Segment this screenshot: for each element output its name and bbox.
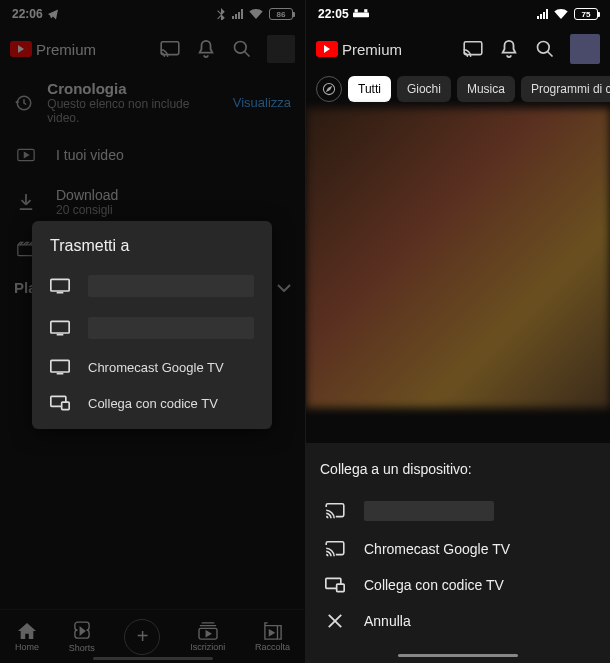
nav-library[interactable]: Raccolta [255, 622, 290, 652]
nav-home[interactable]: Home [15, 622, 39, 652]
svg-rect-13 [464, 42, 482, 55]
visualizza-link[interactable]: Visualizza [233, 95, 291, 110]
svg-point-1 [235, 42, 247, 54]
android-phone: 22:06 86 Premium [0, 0, 305, 663]
wifi-icon [554, 9, 568, 19]
status-bar: 22:05 75 [306, 0, 610, 28]
chevron-down-icon [277, 284, 291, 292]
svg-point-14 [538, 42, 550, 54]
sheet-cancel[interactable]: Annulla [320, 603, 596, 639]
cast-icon[interactable] [159, 38, 181, 60]
cast-dialog: Trasmetti a Chromecast Google TV Collega… [32, 221, 272, 429]
cast-device-2[interactable] [32, 307, 272, 349]
cast-sheet: Collega a un dispositivo: Chromecast Goo… [306, 443, 610, 663]
svg-rect-17 [337, 584, 345, 592]
svg-rect-6 [51, 360, 69, 372]
svg-rect-12 [364, 9, 367, 12]
tv-icon [50, 278, 70, 294]
home-indicator [93, 657, 213, 660]
signal-icon [537, 9, 548, 19]
avatar[interactable] [267, 35, 295, 63]
search-icon[interactable] [231, 38, 253, 60]
tv-icon [50, 359, 70, 375]
svg-rect-11 [354, 9, 357, 12]
redacted-device [88, 275, 254, 297]
svg-rect-0 [161, 42, 179, 55]
row-videos[interactable]: I tuoi video [0, 135, 305, 175]
redacted-device [88, 317, 254, 339]
status-bar: 22:06 86 [0, 0, 305, 28]
explore-icon[interactable] [316, 76, 342, 102]
library-icon [264, 622, 282, 640]
home-indicator [398, 654, 518, 657]
app-header: Premium [306, 28, 610, 70]
chip-games[interactable]: Giochi [397, 76, 451, 102]
chip-music[interactable]: Musica [457, 76, 515, 102]
cast-dialog-title: Trasmetti a [32, 237, 272, 265]
wifi-icon [249, 9, 263, 19]
link-tv-icon [324, 577, 346, 593]
sleep-icon [353, 9, 369, 19]
redacted-device [364, 501, 494, 521]
bluetooth-icon [216, 8, 226, 20]
download-icon [16, 193, 36, 211]
cronologia-section: Cronologia Questo elenco non include vid… [0, 70, 305, 135]
battery-icon: 86 [269, 8, 293, 20]
search-icon[interactable] [534, 38, 556, 60]
youtube-icon [10, 41, 32, 57]
ios-phone: 22:05 75 Premium Tutti Giochi Musica Pro… [305, 0, 610, 663]
avatar[interactable] [570, 34, 600, 64]
telegram-icon [47, 8, 59, 20]
cast-icon[interactable] [462, 38, 484, 60]
sheet-title: Collega a un dispositivo: [320, 461, 596, 477]
category-chips: Tutti Giochi Musica Programmi di cucina [306, 70, 610, 108]
home-icon [17, 622, 37, 640]
link-tv-icon [50, 395, 70, 411]
shorts-icon [74, 621, 90, 641]
youtube-icon [316, 41, 338, 57]
cast-chromecast[interactable]: Chromecast Google TV [32, 349, 272, 385]
svg-rect-4 [51, 279, 69, 291]
sheet-chromecast[interactable]: Chromecast Google TV [320, 531, 596, 567]
nav-shorts[interactable]: Shorts [69, 621, 95, 653]
youtube-logo[interactable]: Premium [316, 41, 402, 58]
subs-icon [198, 622, 218, 640]
youtube-logo[interactable]: Premium [10, 41, 96, 58]
cast-device-1[interactable] [32, 265, 272, 307]
battery-icon: 75 [574, 8, 598, 20]
cast-icon [324, 541, 346, 557]
video-thumbnail[interactable] [306, 108, 610, 408]
chip-all[interactable]: Tutti [348, 76, 391, 102]
cronologia-sub: Questo elenco non include video. [47, 97, 218, 125]
video-icon [16, 148, 36, 162]
bell-icon[interactable] [498, 38, 520, 60]
status-time: 22:06 [12, 7, 43, 21]
chip-cooking[interactable]: Programmi di cucina [521, 76, 610, 102]
sheet-device-1[interactable] [320, 491, 596, 531]
svg-rect-10 [353, 12, 369, 17]
cast-icon [324, 503, 346, 519]
signal-icon [232, 9, 243, 19]
svg-rect-8 [62, 402, 69, 410]
nav-create[interactable]: + [124, 619, 160, 655]
app-header: Premium [0, 28, 305, 70]
status-time: 22:05 [318, 7, 349, 21]
svg-rect-5 [51, 321, 69, 333]
close-icon [324, 613, 346, 629]
bottom-nav: Home Shorts + Iscrizioni Raccolta [0, 609, 305, 663]
bell-icon[interactable] [195, 38, 217, 60]
nav-subs[interactable]: Iscrizioni [190, 622, 225, 652]
cast-code[interactable]: Collega con codice TV [32, 385, 272, 421]
history-icon [14, 94, 33, 112]
sheet-code[interactable]: Collega con codice TV [320, 567, 596, 603]
cronologia-title: Cronologia [47, 80, 218, 97]
tv-icon [50, 320, 70, 336]
